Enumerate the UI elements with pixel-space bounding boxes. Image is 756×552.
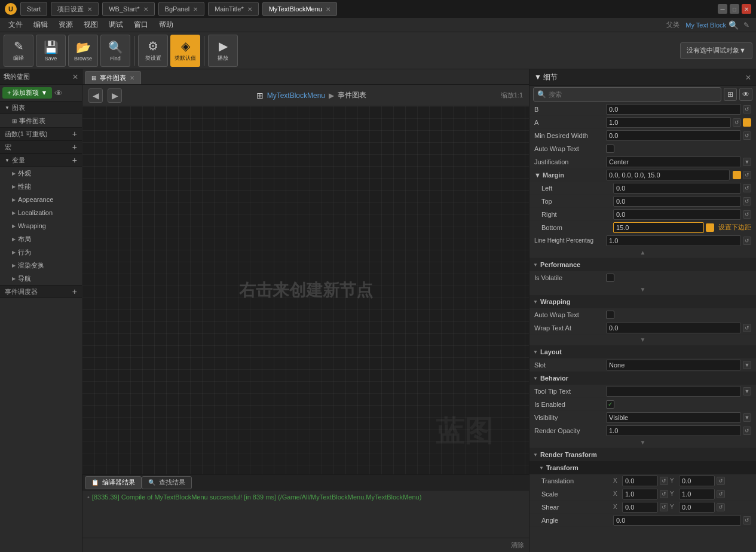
menu-help[interactable]: 帮助: [154, 19, 178, 31]
grid-view-icon[interactable]: ⊞: [724, 88, 737, 101]
minimize-button[interactable]: ─: [718, 4, 727, 14]
forward-button[interactable]: ▶: [108, 88, 122, 103]
debug-filter-button[interactable]: 没有选中调试对象▼: [680, 42, 752, 59]
auto-wrap-text-checkbox[interactable]: [606, 145, 614, 153]
var-wrapping[interactable]: ▶ Wrapping: [0, 219, 82, 232]
translation-y-input[interactable]: [679, 476, 715, 486]
breadcrumb-root[interactable]: MyTextBlockMenu: [267, 91, 325, 100]
search-bar[interactable]: 🔍: [533, 87, 721, 102]
render-opacity-reset[interactable]: ↺: [743, 427, 751, 435]
shear-x-input[interactable]: [622, 502, 658, 513]
add-new-item-button[interactable]: + 添加新项 ▼: [2, 87, 52, 99]
clear-button[interactable]: 清除: [511, 541, 524, 550]
layout-section-header[interactable]: ▼ Layout: [529, 345, 756, 358]
var-performance[interactable]: ▶ 性能: [0, 180, 82, 193]
section-variables[interactable]: ▼ 变量 +: [0, 154, 82, 167]
b-input[interactable]: [606, 104, 741, 115]
eye-icon[interactable]: 👁: [54, 88, 63, 98]
close-tab-icon[interactable]: ✕: [130, 75, 134, 81]
slot-dropdown-icon[interactable]: ▼: [743, 361, 751, 369]
eye-view-icon[interactable]: 👁: [739, 88, 752, 101]
details-close[interactable]: ✕: [745, 73, 751, 82]
section-functions[interactable]: 函数(1 可重载) +: [0, 127, 82, 140]
class-defaults-button[interactable]: ◈ 类默认值: [170, 35, 200, 67]
angle-input[interactable]: [613, 515, 741, 526]
render-transform-section-header[interactable]: ▼ Render Transform: [529, 448, 756, 461]
compiler-results-tab[interactable]: 📋 编译器结果: [85, 476, 142, 489]
shear-y-reset[interactable]: ↺: [717, 503, 725, 511]
b-reset-icon[interactable]: ↺: [743, 105, 751, 114]
tab-mytextblockmenu[interactable]: MyTextBlockMenu ✕: [262, 2, 337, 16]
shear-x-reset[interactable]: ↺: [660, 503, 668, 511]
canvas-viewport[interactable]: 右击来创建新节点 蓝图: [82, 106, 529, 474]
line-height-reset[interactable]: ↺: [743, 237, 751, 245]
wrap-text-at-reset[interactable]: ↺: [743, 324, 751, 332]
behavior-section-header[interactable]: ▼ Behavior: [529, 372, 756, 385]
wrapping-section-header[interactable]: ▼ Wrapping: [529, 295, 756, 308]
tab-start[interactable]: Start: [20, 2, 47, 16]
visibility-dropdown-icon[interactable]: ▼: [743, 413, 751, 422]
performance-section-header[interactable]: ▼ Performance: [529, 258, 756, 271]
add-variable-icon[interactable]: +: [72, 155, 77, 165]
section-macros[interactable]: 宏 +: [0, 140, 82, 154]
scale-y-reset[interactable]: ↺: [717, 490, 725, 498]
section-event-dispatchers[interactable]: 事件调度器 +: [0, 285, 82, 298]
margin-right-input[interactable]: [613, 209, 741, 220]
min-desired-width-input[interactable]: [606, 130, 741, 141]
browse-button[interactable]: 📂 Browse: [68, 35, 98, 67]
tab-wb-start[interactable]: WB_Start* ✕: [102, 2, 154, 16]
close-icon[interactable]: ✕: [326, 6, 330, 13]
var-appearance[interactable]: ▶ 外观: [0, 167, 82, 180]
justification-select[interactable]: Center Left Right: [606, 157, 741, 167]
event-graph-item[interactable]: ⊞ 事件图表: [0, 114, 82, 127]
margin-left-input[interactable]: [613, 183, 741, 194]
translation-x-input[interactable]: [622, 476, 658, 486]
menu-debug[interactable]: 调试: [104, 19, 128, 31]
var-localization[interactable]: ▶ Localization: [0, 206, 82, 219]
tab-bgpanel[interactable]: BgPanel ✕: [158, 2, 205, 16]
var-navigation[interactable]: ▶ 导航: [0, 272, 82, 285]
var-layout[interactable]: ▶ 布局: [0, 232, 82, 246]
close-button[interactable]: ✕: [742, 4, 751, 14]
close-icon[interactable]: ✕: [143, 6, 148, 13]
margin-top-reset[interactable]: ↺: [743, 197, 751, 206]
left-panel-close[interactable]: ✕: [72, 73, 78, 81]
menu-window[interactable]: 窗口: [129, 19, 153, 31]
expand-down-icon3[interactable]: ▼: [640, 439, 646, 446]
visibility-select[interactable]: Visible Hidden Collapsed: [606, 412, 741, 423]
justification-dropdown-icon[interactable]: ▼: [743, 158, 751, 166]
slot-select[interactable]: None: [606, 360, 741, 370]
find-button[interactable]: 🔍 Find: [100, 35, 130, 67]
add-function-icon[interactable]: +: [72, 129, 77, 139]
compile-button[interactable]: ✎ 编译: [4, 35, 33, 67]
search-icon[interactable]: 🔍: [727, 19, 739, 31]
tool-tip-dropdown-icon[interactable]: ▼: [743, 387, 751, 395]
close-icon[interactable]: ✕: [247, 6, 252, 13]
render-opacity-input[interactable]: [606, 425, 741, 436]
tab-maintitle[interactable]: MainTitle* ✕: [208, 2, 259, 16]
var-appearance2[interactable]: ▶ Appearance: [0, 193, 82, 206]
is-volatile-checkbox[interactable]: [606, 274, 614, 282]
margin-reset-icon[interactable]: ↺: [743, 171, 751, 179]
menu-edit[interactable]: 编辑: [29, 19, 53, 31]
margin-right-reset[interactable]: ↺: [743, 210, 751, 219]
section-graphs[interactable]: ▼ 图表: [0, 101, 82, 114]
parent-class-link[interactable]: My Text Block: [685, 22, 726, 29]
shear-y-input[interactable]: [679, 502, 715, 513]
is-enabled-checkbox[interactable]: [606, 400, 614, 409]
var-render[interactable]: ▶ 渲染变换: [0, 259, 82, 272]
angle-reset[interactable]: ↺: [743, 516, 751, 525]
event-graph-tab[interactable]: ⊞ 事件图表 ✕: [85, 71, 141, 84]
find-results-tab[interactable]: 🔍 查找结果: [142, 476, 192, 489]
margin-input[interactable]: [606, 170, 730, 180]
tab-project-settings[interactable]: 项目设置 ✕: [51, 2, 99, 16]
a-reset-icon[interactable]: ↺: [733, 118, 741, 127]
translation-y-reset[interactable]: ↺: [717, 477, 725, 485]
margin-bottom-input[interactable]: [613, 222, 704, 233]
translation-x-reset[interactable]: ↺: [660, 477, 668, 485]
scale-y-input[interactable]: [679, 489, 715, 499]
a-input[interactable]: [606, 117, 731, 128]
line-height-input[interactable]: [606, 235, 741, 246]
margin-top-input[interactable]: [613, 196, 741, 207]
settings-icon[interactable]: ✎: [740, 19, 752, 31]
